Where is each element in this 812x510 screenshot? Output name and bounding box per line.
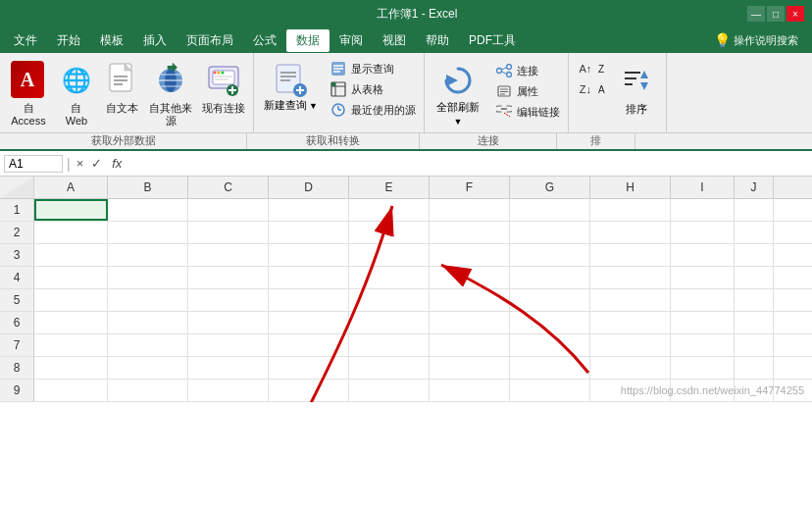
ribbon-group-external: A 自 Access 🌐 自Web bbox=[0, 53, 254, 132]
from-text-button[interactable]: 自文本 bbox=[100, 57, 143, 117]
from-other-button[interactable]: 自其他来源 bbox=[145, 57, 196, 129]
label-transform: 获取和转换 bbox=[247, 133, 420, 149]
show-query-button[interactable]: 显示查询 bbox=[326, 59, 420, 78]
col-header-c[interactable]: C bbox=[188, 177, 269, 198]
row-header-4[interactable]: 4 bbox=[0, 267, 34, 288]
conn-label: 现有连接 bbox=[202, 102, 245, 115]
recent-source-icon bbox=[330, 101, 347, 119]
menu-formula[interactable]: 公式 bbox=[243, 29, 286, 52]
formula-input[interactable] bbox=[129, 157, 808, 171]
table-row: 4 bbox=[0, 267, 812, 289]
col-header-e[interactable]: E bbox=[349, 177, 430, 198]
label-external: 获取外部数据 bbox=[0, 133, 247, 149]
sort-main-button[interactable]: 排序 bbox=[611, 57, 662, 119]
menu-view[interactable]: 视图 bbox=[373, 29, 416, 52]
from-web-button[interactable]: 🌐 自Web bbox=[55, 57, 98, 129]
close-btn[interactable]: × bbox=[787, 6, 804, 22]
cell-a1[interactable] bbox=[34, 199, 108, 221]
row-header-6[interactable]: 6 bbox=[0, 312, 34, 333]
svg-point-41 bbox=[506, 65, 511, 70]
edit-links-btn[interactable]: 编辑链接 bbox=[491, 102, 564, 122]
menu-review[interactable]: 审阅 bbox=[330, 29, 373, 52]
cancel-btn[interactable]: × bbox=[75, 156, 86, 171]
col-header-b[interactable]: B bbox=[108, 177, 188, 198]
watermark: https://blog.csdn.net/weixin_44774255 bbox=[621, 384, 804, 396]
access-label: 自 Access bbox=[6, 102, 51, 128]
confirm-btn[interactable]: ✓ bbox=[89, 156, 104, 171]
text-label: 自文本 bbox=[106, 102, 138, 115]
cell-b1[interactable] bbox=[108, 199, 188, 221]
minimize-btn[interactable]: — bbox=[747, 6, 765, 22]
sort-desc-icon: Z↓ bbox=[577, 80, 594, 98]
from-table-icon bbox=[330, 80, 347, 98]
cell-j1[interactable] bbox=[735, 199, 774, 221]
col-header-i[interactable]: I bbox=[671, 177, 735, 198]
row-header-7[interactable]: 7 bbox=[0, 334, 34, 356]
cell-reference[interactable] bbox=[4, 155, 63, 173]
svg-point-42 bbox=[506, 73, 511, 77]
table-row: 5 bbox=[0, 289, 812, 312]
row-header-1[interactable]: 1 bbox=[0, 199, 34, 221]
recent-source-button[interactable]: 最近使用的源 bbox=[326, 100, 420, 120]
row-header-5[interactable]: 5 bbox=[0, 289, 34, 311]
col-header-a[interactable]: A bbox=[34, 177, 108, 198]
svg-marker-39 bbox=[446, 75, 458, 86]
menu-help[interactable]: 帮助 bbox=[416, 29, 459, 52]
title-controls[interactable]: — □ × bbox=[747, 6, 804, 22]
col-header-d[interactable]: D bbox=[269, 177, 349, 198]
svg-point-13 bbox=[214, 72, 217, 75]
refresh-label: 全部刷新▼ bbox=[436, 100, 480, 128]
menu-layout[interactable]: 页面布局 bbox=[177, 29, 243, 52]
menu-home[interactable]: 开始 bbox=[47, 29, 90, 52]
svg-line-43 bbox=[501, 68, 506, 71]
svg-marker-55 bbox=[640, 82, 648, 90]
cell-a2[interactable] bbox=[34, 222, 108, 243]
from-access-button[interactable]: A 自 Access bbox=[4, 57, 53, 129]
edit-links-icon bbox=[495, 103, 513, 121]
refresh-all-button[interactable]: 全部刷新▼ bbox=[429, 57, 487, 132]
ribbon-group-connections: 全部刷新▼ bbox=[425, 53, 569, 132]
existing-conn-button[interactable]: 现有连接 bbox=[198, 57, 249, 117]
web-label: 自Web bbox=[66, 102, 87, 128]
col-header-f[interactable]: F bbox=[430, 177, 510, 198]
properties-btn[interactable]: 属性 bbox=[491, 81, 564, 101]
from-table-button[interactable]: 从表格 bbox=[326, 79, 420, 99]
table-row: 3 bbox=[0, 244, 812, 267]
cell-e1[interactable] bbox=[349, 199, 430, 221]
other-label: 自其他来源 bbox=[147, 102, 194, 128]
row-header-2[interactable]: 2 bbox=[0, 222, 34, 243]
access-icon: A bbox=[9, 59, 48, 102]
menu-data[interactable]: 数据 bbox=[286, 29, 330, 52]
cell-f1[interactable] bbox=[430, 199, 510, 221]
fx-label: fx bbox=[108, 156, 126, 171]
cell-h1[interactable] bbox=[590, 199, 671, 221]
label-connections: 连接 bbox=[420, 133, 557, 149]
col-header-g[interactable]: G bbox=[510, 177, 590, 198]
ribbon-group-sort: A↑ Z Z↓ A bbox=[569, 53, 667, 132]
menu-lightbulb[interactable]: 💡 操作说明搜索 bbox=[704, 29, 808, 51]
menu-insert[interactable]: 插入 bbox=[133, 29, 177, 52]
row-header-8[interactable]: 8 bbox=[0, 357, 34, 379]
row-header-9[interactable]: 9 bbox=[0, 380, 34, 401]
ribbon-group-transform: 新建查询 ▼ bbox=[254, 53, 425, 132]
title-bar: 工作簿1 - Excel — □ × bbox=[0, 0, 812, 27]
sort-asc-button[interactable]: A↑ Z bbox=[573, 59, 609, 78]
connections-btn[interactable]: 连接 bbox=[491, 61, 564, 80]
sort-desc-button[interactable]: Z↓ A bbox=[573, 79, 609, 99]
menu-pdf[interactable]: PDF工具 bbox=[459, 29, 526, 52]
maximize-btn[interactable]: □ bbox=[767, 6, 785, 22]
cell-i1[interactable] bbox=[671, 199, 735, 221]
cell-g1[interactable] bbox=[510, 199, 590, 221]
svg-point-14 bbox=[218, 72, 221, 75]
col-header-j[interactable]: J bbox=[735, 177, 774, 198]
cell-d1[interactable] bbox=[269, 199, 349, 221]
menu-file[interactable]: 文件 bbox=[4, 29, 47, 52]
row-header-3[interactable]: 3 bbox=[0, 244, 34, 266]
col-header-h[interactable]: H bbox=[590, 177, 671, 198]
new-query-button[interactable]: 新建查询 ▼ bbox=[258, 57, 324, 115]
new-query-label: 新建查询 ▼ bbox=[264, 98, 318, 113]
sort-main-label: 排序 bbox=[626, 102, 647, 117]
menu-template[interactable]: 模板 bbox=[90, 29, 133, 52]
cell-c1[interactable] bbox=[188, 199, 269, 221]
table-row: 1 bbox=[0, 199, 812, 222]
